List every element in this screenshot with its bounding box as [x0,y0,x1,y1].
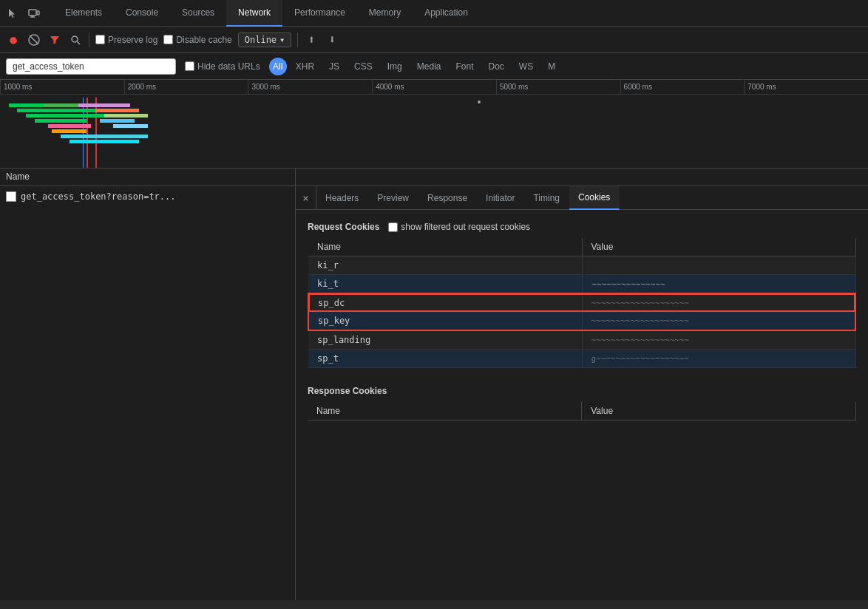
search-button[interactable] [68,33,83,47]
filter-doc-button[interactable]: Doc [482,60,509,73]
request-checkbox[interactable] [6,191,16,202]
ruler-mark-5: 5000 ms [496,80,620,94]
cookie-row-sp-landing[interactable]: sp_landing ~~~~~~~~~~~~~~~~~~~~ [308,330,855,350]
ruler-mark-6: 6000 ms [620,80,745,94]
upload-button[interactable]: ⬆ [304,33,319,47]
show-filtered-checkbox[interactable] [388,222,398,232]
filter-font-button[interactable]: Font [450,60,479,73]
timeline-ruler: 1000 ms 2000 ms 3000 ms 4000 ms 5000 ms … [0,80,868,95]
filter-css-button[interactable]: CSS [348,60,379,73]
cookie-value-ki-t: ~~~~~~~~~~~~~~~ [582,275,855,294]
cookie-name-sp-landing: sp_landing [308,330,582,350]
tab-elements[interactable]: Elements [53,0,114,27]
cookie-row-sp-key[interactable]: sp_key ~~~~~~~~~~~~~~~~~~~~ [308,312,855,330]
device-icon[interactable] [27,6,41,21]
preserve-log-label[interactable]: Preserve log [95,35,157,45]
disable-cache-label[interactable]: Disable cache [163,35,231,45]
cursor-icon[interactable] [6,6,21,21]
tab-application[interactable]: Application [413,0,480,27]
detail-tabs: × Headers Preview Response Initiator Tim… [296,186,868,210]
cookie-value-sp-key: ~~~~~~~~~~~~~~~~~~~~ [582,312,855,330]
cookie-value-ki-r [582,256,855,275]
tab-performance[interactable]: Performance [282,0,357,27]
wf-bar-9 [61,135,147,138]
wf-bar-7 [52,129,87,133]
right-panel: × Headers Preview Response Initiator Tim… [296,186,868,600]
filter-ws-button[interactable]: WS [513,60,539,73]
svg-rect-1 [37,11,39,15]
svg-line-5 [30,35,38,44]
cookie-row-ki-r[interactable]: ki_r [308,256,855,275]
timeline-waterfall [0,95,868,169]
col-header-waterfall [296,169,868,186]
devtools-icons [6,6,41,21]
tab-timing[interactable]: Timing [524,186,569,210]
response-cookies-table: Name Value [308,402,856,421]
col-header-name: Name [0,169,296,186]
tab-network[interactable]: Network [226,0,282,27]
tab-preview[interactable]: Preview [368,186,418,210]
tab-response[interactable]: Response [418,186,477,210]
svg-point-6 [72,36,78,42]
show-filtered-label[interactable]: show filtered out request cookies [388,222,530,232]
hide-data-urls-checkbox[interactable] [185,61,194,71]
hide-data-urls-label[interactable]: Hide data URLs [185,61,260,72]
dot-marker [478,101,481,103]
cookie-row-ki-t[interactable]: ki_t ~~~~~~~~~~~~~~~ [308,275,855,294]
chevron-down-icon: ▾ [279,35,285,45]
wf-bar-14 [113,124,148,128]
cookie-name-ki-r: ki_r [308,256,582,275]
filter-all-button[interactable]: All [269,58,287,75]
ruler-mark-2: 2000 ms [124,80,248,94]
search-input[interactable] [6,58,176,75]
wf-bar-6 [48,124,92,128]
wf-bar-5 [35,119,87,123]
stop-button[interactable] [27,33,41,47]
filter-media-button[interactable]: Media [411,60,447,73]
main-split: get_access_token?reason=tr... × Headers … [0,186,868,600]
record-button[interactable]: ● [6,33,21,47]
tab-sources[interactable]: Sources [170,0,226,27]
close-panel-button[interactable]: × [296,186,316,210]
filter-img-button[interactable]: Img [382,60,408,73]
divider [89,33,89,47]
filter-types: All XHR JS CSS Img Media Font Doc WS M [269,58,561,75]
filter-button[interactable] [47,33,62,47]
cookie-value-sp-landing: ~~~~~~~~~~~~~~~~~~~~ [582,330,855,350]
tab-cookies[interactable]: Cookies [569,186,620,210]
wf-bar-10 [69,140,139,143]
cookie-row-sp-t[interactable]: sp_t g~~~~~~~~~~~~~~~~~~~ [308,350,855,368]
cookie-name-ki-t: ki_t [308,275,582,294]
tab-console[interactable]: Console [114,0,170,27]
request-cookies-table: Name Value ki_r ki_t ~~~~~~~~~~~~~~~ [308,238,856,368]
request-cookies-title: Request Cookies show filtered out reques… [308,222,856,232]
network-toolbar: ● Preserve log Disable cache Online ▾ ⬆ … [0,27,868,53]
ruler-mark-3: 3000 ms [248,80,372,94]
wf-bar-12 [104,114,148,118]
preserve-log-checkbox[interactable] [95,35,105,44]
throttle-selector[interactable]: Online ▾ [238,33,292,47]
filter-js-button[interactable]: JS [323,60,345,73]
resp-col-name-header: Name [308,402,582,421]
wf-bar-8 [78,103,130,107]
filter-xhr-button[interactable]: XHR [290,60,320,73]
filter-row: Hide data URLs All XHR JS CSS Img Media … [0,53,868,80]
timeline-area: 1000 ms 2000 ms 3000 ms 4000 ms 5000 ms … [0,80,868,169]
download-button[interactable]: ⬇ [325,33,339,47]
cookie-name-sp-key: sp_key [308,312,582,330]
cookie-value-sp-t: g~~~~~~~~~~~~~~~~~~~ [582,350,855,368]
tab-memory[interactable]: Memory [357,0,413,27]
filter-m-button[interactable]: M [542,60,561,73]
tab-initiator[interactable]: Initiator [477,186,524,210]
cookie-name-sp-t: sp_t [308,350,582,368]
tab-headers[interactable]: Headers [316,186,368,210]
left-panel: get_access_token?reason=tr... [0,186,296,600]
ruler-mark-4: 4000 ms [372,80,496,94]
wf-bar-13 [100,119,135,123]
ruler-mark-7: 7000 ms [744,80,868,94]
svg-line-7 [77,41,80,44]
request-item[interactable]: get_access_token?reason=tr... [0,186,295,207]
cookie-row-sp-dc[interactable]: sp_dc ~~~~~~~~~~~~~~~~~~~~ [308,293,855,312]
resp-col-value-header: Value [582,402,856,421]
disable-cache-checkbox[interactable] [163,35,173,44]
